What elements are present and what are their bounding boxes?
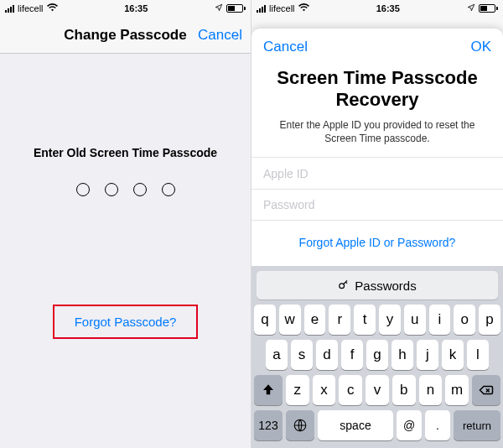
keyboard-row: 123 space @ . return	[254, 410, 500, 440]
wifi-icon	[298, 3, 309, 13]
highlight-box: Forgot Passcode?	[53, 305, 199, 339]
keyboard-row: qwertyuiop	[254, 305, 500, 335]
cancel-button[interactable]: Cancel	[263, 39, 308, 55]
ok-button[interactable]: OK	[470, 39, 491, 55]
keyboard: Passwords qwertyuiop asdfghjkl zxcvbnm 1…	[252, 266, 503, 448]
letter-key-b[interactable]: b	[392, 375, 416, 405]
page-title: Change Passcode	[64, 27, 186, 44]
battery-icon	[226, 4, 246, 13]
nav-bar: Change Passcode Cancel	[0, 17, 251, 54]
screen-recovery: lifecell 16:35 Change Passcode Cancel OK…	[252, 0, 503, 448]
space-key[interactable]: space	[318, 410, 393, 440]
letter-key-j[interactable]: j	[417, 340, 438, 370]
location-icon	[215, 3, 223, 13]
letter-key-p[interactable]: p	[479, 305, 500, 335]
battery-icon	[479, 4, 498, 13]
passcode-dot	[133, 183, 147, 196]
forgot-passcode-link[interactable]: Forgot Passcode?	[75, 315, 177, 329]
status-bar: lifecell 16:35	[252, 0, 503, 17]
letter-key-d[interactable]: d	[316, 340, 338, 370]
cancel-button[interactable]: Cancel	[198, 27, 242, 44]
forgot-apple-id-link[interactable]: Forgot Apple ID or Password?	[252, 221, 503, 264]
passcode-dots[interactable]	[0, 183, 251, 196]
letter-key-f[interactable]: f	[341, 340, 363, 370]
letter-key-z[interactable]: z	[286, 375, 309, 405]
dot-key[interactable]: .	[425, 410, 450, 440]
backspace-key[interactable]	[472, 375, 500, 405]
carrier-label: lifecell	[269, 3, 295, 13]
passwords-suggestion[interactable]: Passwords	[257, 271, 498, 300]
letter-key-g[interactable]: g	[366, 340, 388, 370]
letter-key-w[interactable]: w	[279, 305, 301, 335]
letter-key-i[interactable]: i	[429, 305, 451, 335]
signal-icon	[257, 5, 266, 13]
letter-key-o[interactable]: o	[454, 305, 475, 335]
letter-key-m[interactable]: m	[445, 375, 469, 405]
screen-change-passcode: lifecell 16:35 Change Passcode Cancel En…	[0, 0, 252, 448]
letter-key-q[interactable]: q	[254, 305, 276, 335]
location-icon	[467, 3, 475, 13]
keyboard-row: zxcvbnm	[254, 375, 500, 405]
password-field[interactable]: Password	[252, 189, 503, 221]
letter-key-s[interactable]: s	[291, 340, 313, 370]
apple-id-placeholder: Apple ID	[263, 167, 309, 180]
shift-key[interactable]	[254, 375, 283, 405]
apple-id-field[interactable]: Apple ID	[252, 157, 503, 189]
letter-key-u[interactable]: u	[404, 305, 426, 335]
letter-key-a[interactable]: a	[266, 340, 288, 370]
letter-key-h[interactable]: h	[392, 340, 413, 370]
sheet-nav-bar: Cancel OK	[252, 29, 503, 65]
return-key[interactable]: return	[454, 410, 500, 440]
clock-label: 16:35	[124, 3, 148, 13]
letter-key-v[interactable]: v	[366, 375, 389, 405]
globe-key[interactable]	[286, 410, 314, 440]
passcode-prompt: Enter Old Screen Time Passcode	[0, 146, 251, 159]
letter-key-n[interactable]: n	[419, 375, 443, 405]
passcode-dot	[76, 183, 90, 196]
letter-key-c[interactable]: c	[339, 375, 362, 405]
password-placeholder: Password	[263, 198, 314, 211]
letter-key-t[interactable]: t	[354, 305, 376, 335]
letter-key-e[interactable]: e	[304, 305, 326, 335]
wifi-icon	[47, 3, 58, 13]
recovery-sheet: Cancel OK Screen Time Passcode Recovery …	[252, 29, 503, 448]
letter-key-k[interactable]: k	[442, 340, 464, 370]
signal-icon	[5, 5, 14, 13]
keyboard-row: asdfghjkl	[254, 340, 500, 370]
key-icon	[338, 279, 350, 293]
numbers-key[interactable]: 123	[254, 410, 283, 440]
passwords-label: Passwords	[355, 279, 416, 293]
sheet-subtitle: Enter the Apple ID you provided to reset…	[252, 118, 503, 157]
passcode-dot	[162, 183, 175, 196]
at-key[interactable]: @	[397, 410, 422, 440]
status-bar: lifecell 16:35	[0, 0, 251, 17]
letter-key-r[interactable]: r	[329, 305, 350, 335]
letter-key-l[interactable]: l	[467, 340, 489, 370]
carrier-label: lifecell	[18, 3, 44, 13]
sheet-title: Screen Time Passcode Recovery	[252, 65, 503, 118]
clock-label: 16:35	[376, 3, 400, 13]
letter-key-x[interactable]: x	[313, 375, 336, 405]
letter-key-y[interactable]: y	[379, 305, 401, 335]
passcode-dot	[105, 183, 118, 196]
